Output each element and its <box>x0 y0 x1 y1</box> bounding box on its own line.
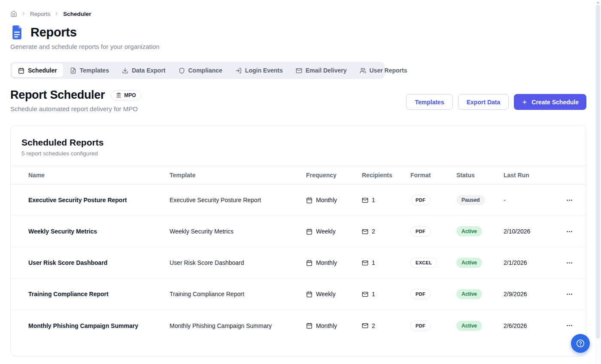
users-icon <box>360 67 366 74</box>
row-actions-menu[interactable] <box>563 226 576 237</box>
column-header-name: Name <box>28 172 170 179</box>
recipients-count: 1 <box>372 291 375 297</box>
last-run: 2/9/2026 <box>504 291 561 297</box>
recipients-count: 2 <box>372 322 375 329</box>
tab-label: User Reports <box>370 67 407 74</box>
frequency-label: Monthly <box>316 322 337 329</box>
column-header-frequency: Frequency <box>306 172 362 179</box>
table-row: Weekly Security Metrics Weekly Security … <box>11 216 586 247</box>
tab-label: Data Export <box>132 67 166 74</box>
schedule-template: Weekly Security Metrics <box>170 228 306 235</box>
last-run: 2/1/2026 <box>504 259 561 266</box>
status-badge: Active <box>456 289 482 299</box>
file-icon <box>70 67 76 74</box>
tab-email-delivery[interactable]: Email Delivery <box>290 64 353 77</box>
create-schedule-button[interactable]: Create Schedule <box>514 94 586 110</box>
tab-label: Compliance <box>188 67 222 74</box>
row-actions-menu[interactable] <box>563 288 576 300</box>
schedule-name: Weekly Security Metrics <box>28 228 170 235</box>
format-badge: PDF <box>410 195 431 205</box>
schedule-recipients: 1 <box>362 259 410 266</box>
row-actions-menu[interactable] <box>563 257 576 268</box>
recipients-count: 1 <box>372 259 375 266</box>
format-badge: PDF <box>410 321 431 331</box>
frequency-label: Weekly <box>316 291 336 297</box>
schedule-name: Executive Security Posture Report <box>28 197 170 203</box>
vertical-scrollbar[interactable] <box>595 0 601 364</box>
tab-data-export[interactable]: Data Export <box>116 64 172 77</box>
org-badge: MPO <box>111 90 141 100</box>
chevron-right-icon <box>21 11 26 16</box>
row-actions-menu[interactable] <box>563 194 576 206</box>
breadcrumb-scheduler: Scheduler <box>63 11 91 17</box>
breadcrumb-reports[interactable]: Reports <box>30 11 50 17</box>
recipients-count: 2 <box>372 228 375 235</box>
report-document-icon <box>10 25 24 40</box>
tab-label: Scheduler <box>28 67 57 74</box>
org-badge-label: MPO <box>124 92 136 98</box>
schedule-name: User Risk Score Dashboard <box>28 259 170 266</box>
scrollbar-up-arrow[interactable] <box>596 1 600 3</box>
scrollbar-thumb[interactable] <box>596 5 600 339</box>
report-tabbar: Scheduler Templates Data Export Complian… <box>10 62 385 79</box>
schedule-recipients: 1 <box>362 291 410 297</box>
tab-templates[interactable]: Templates <box>64 64 115 77</box>
format-badge: PDF <box>410 289 431 299</box>
table-row: Monthly Phishing Campaign Summary Monthl… <box>11 310 586 341</box>
schedule-frequency: Weekly <box>306 228 362 235</box>
home-icon[interactable] <box>10 10 17 17</box>
schedule-template: Executive Security Posture Report <box>170 197 306 203</box>
login-icon <box>235 67 242 74</box>
status-badge: Active <box>456 226 482 237</box>
schedule-recipients: 1 <box>362 197 410 203</box>
building-icon <box>116 92 121 98</box>
schedule-template: Training Compliance Report <box>170 291 306 297</box>
tab-compliance[interactable]: Compliance <box>173 64 228 77</box>
table-row: User Risk Score Dashboard User Risk Scor… <box>11 247 586 279</box>
status-badge: Active <box>456 258 482 268</box>
download-icon <box>122 67 128 74</box>
schedule-name: Monthly Phishing Campaign Summary <box>28 322 170 329</box>
schedule-recipients: 2 <box>362 228 410 235</box>
schedule-recipients: 2 <box>362 322 410 329</box>
column-header-lastrun: Last Run <box>504 172 561 179</box>
export-data-button[interactable]: Export Data <box>458 94 509 110</box>
calendar-icon <box>306 322 313 329</box>
column-header-status: Status <box>456 172 504 179</box>
scheduler-section-header: Report Scheduler MPO Schedule automated … <box>10 88 586 112</box>
table-header: Name Template Frequency Recipients Forma… <box>11 166 586 185</box>
column-header-template: Template <box>170 172 306 179</box>
templates-button[interactable]: Templates <box>406 94 452 110</box>
calendar-icon <box>306 260 313 266</box>
schedule-name: Training Compliance Report <box>28 291 170 297</box>
scheduled-reports-card: Scheduled Reports 5 report schedules con… <box>10 125 586 356</box>
scheduler-subtitle: Schedule automated report delivery for M… <box>10 105 141 112</box>
help-button[interactable] <box>571 334 590 353</box>
row-actions-menu[interactable] <box>563 320 576 331</box>
frequency-label: Monthly <box>316 197 337 203</box>
calendar-icon <box>306 291 313 297</box>
breadcrumb: Reports Scheduler <box>10 10 91 17</box>
plus-icon <box>522 99 528 105</box>
mail-icon <box>362 197 368 203</box>
question-mark-icon <box>576 339 585 348</box>
tab-login-events[interactable]: Login Events <box>229 64 289 77</box>
create-schedule-label: Create Schedule <box>531 99 579 106</box>
tab-scheduler[interactable]: Scheduler <box>12 64 63 77</box>
calendar-icon <box>306 228 313 235</box>
format-badge: PDF <box>410 226 431 237</box>
format-badge: EXCEL <box>410 258 437 268</box>
card-title: Scheduled Reports <box>21 137 575 148</box>
calendar-icon <box>18 67 24 74</box>
frequency-label: Monthly <box>316 259 337 266</box>
page-title: Reports <box>30 25 76 39</box>
frequency-label: Weekly <box>316 228 336 235</box>
mail-icon <box>362 291 368 297</box>
schedule-frequency: Weekly <box>306 291 362 297</box>
tab-user-reports[interactable]: User Reports <box>354 64 413 77</box>
schedule-frequency: Monthly <box>306 197 362 203</box>
page-header: Reports Generate and schedule reports fo… <box>10 25 160 50</box>
status-badge: Paused <box>456 195 485 205</box>
schedule-frequency: Monthly <box>306 322 362 329</box>
mail-icon <box>362 228 368 235</box>
